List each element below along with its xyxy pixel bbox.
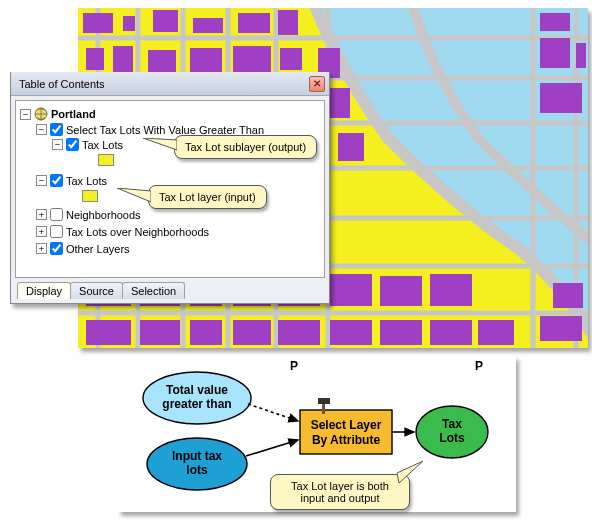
svg-marker-74 [117,188,151,202]
svg-rect-25 [190,48,222,73]
svg-text:Input tax: Input tax [172,449,222,463]
tree-item-label: Tax Lots over Neighborhoods [66,226,209,238]
globe-icon [34,107,48,121]
svg-rect-53 [86,320,131,345]
svg-rect-82 [322,404,325,414]
svg-rect-19 [193,18,223,33]
tree-item-tax-lots-over-neighborhoods[interactable]: + Tax Lots over Neighborhoods [36,225,322,238]
svg-rect-65 [576,43,586,68]
tree-item-label: Tax Lots [82,139,123,151]
svg-rect-68 [540,316,582,341]
tree-root-portland[interactable]: − Portland [20,107,322,121]
callout-sublayer: Tax Lot sublayer (output) [174,135,317,159]
layer-swatch-icon [82,190,98,202]
tree-item-label: Select Tax Lots With Value Greater Than [66,124,264,136]
svg-rect-21 [278,10,298,35]
callout-text: Tax Lot layer is both [291,480,389,492]
svg-rect-61 [478,320,514,345]
svg-rect-17 [123,16,135,31]
svg-rect-58 [330,320,372,345]
close-icon[interactable]: ✕ [309,76,325,92]
svg-marker-73 [143,138,177,150]
expand-icon[interactable]: + [36,209,47,220]
svg-rect-71 [338,133,364,161]
toc-tabs: Display Source Selection [11,282,329,303]
svg-text:Select Layer: Select Layer [311,418,382,432]
collapse-icon[interactable]: − [36,124,47,135]
svg-text:By Attribute: By Attribute [312,433,381,447]
tab-display[interactable]: Display [17,282,71,299]
expand-icon[interactable]: + [36,226,47,237]
collapse-icon[interactable]: − [36,175,47,186]
tab-source[interactable]: Source [70,282,123,299]
tree-root-label: Portland [51,108,96,120]
svg-rect-51 [380,276,422,306]
toc-title-text: Table of Contents [19,78,105,90]
callout-text: input and output [301,492,380,504]
callout-text: Tax Lot sublayer (output) [185,141,306,153]
svg-marker-85 [397,461,423,483]
callout-text: Tax Lot layer (input) [159,191,256,203]
callout-layer: Tax Lot layer (input) [148,185,267,209]
svg-text:Total value: Total value [166,383,228,397]
svg-rect-57 [278,320,320,345]
svg-rect-64 [540,38,570,68]
connector-solid [246,440,298,456]
svg-text:Tax: Tax [442,417,462,431]
layer-tree: − Portland − Select Tax Lots With Value … [18,105,322,259]
svg-rect-23 [113,46,133,74]
svg-rect-50 [330,274,372,306]
tree-item-neighborhoods[interactable]: + Neighborhoods [36,208,322,221]
svg-rect-54 [140,320,180,345]
svg-rect-81 [318,398,330,404]
layer-visibility-checkbox[interactable] [66,138,79,151]
collapse-icon[interactable]: − [20,109,31,120]
svg-text:greater than: greater than [162,397,231,411]
parameter-marker: P [475,359,483,373]
svg-rect-26 [233,46,271,74]
parameter-marker: P [290,359,298,373]
tab-selection[interactable]: Selection [122,282,185,299]
tree-item-label: Tax Lots [66,175,107,187]
expand-icon[interactable]: + [36,243,47,254]
callout-both: Tax Lot layer is both input and output [270,474,410,510]
layer-swatch-icon [98,154,114,166]
svg-rect-63 [540,13,570,31]
layer-visibility-checkbox[interactable] [50,208,63,221]
layer-visibility-checkbox[interactable] [50,242,63,255]
svg-rect-16 [83,13,113,33]
tree-item-other-layers[interactable]: + Other Layers [36,242,322,255]
tree-item-label: Other Layers [66,243,130,255]
layer-visibility-checkbox[interactable] [50,123,63,136]
svg-rect-67 [553,283,583,308]
svg-text:Lots: Lots [439,431,465,445]
collapse-icon[interactable]: − [52,139,63,150]
layer-visibility-checkbox[interactable] [50,174,63,187]
toc-titlebar[interactable]: Table of Contents ✕ [11,72,329,96]
layer-visibility-checkbox[interactable] [50,225,63,238]
connector-dashed [248,404,298,421]
process-select-layer-by-attribute [300,410,392,454]
svg-rect-24 [148,50,176,72]
svg-rect-22 [86,48,104,70]
svg-rect-27 [280,48,302,70]
svg-rect-18 [153,10,178,32]
svg-rect-66 [540,83,582,113]
svg-rect-56 [233,320,271,345]
svg-text:lots: lots [186,463,208,477]
svg-rect-55 [190,320,222,345]
svg-rect-20 [238,13,270,33]
tree-item-label: Neighborhoods [66,209,141,221]
svg-rect-59 [380,320,422,345]
svg-rect-52 [430,274,472,306]
svg-rect-60 [430,320,472,345]
